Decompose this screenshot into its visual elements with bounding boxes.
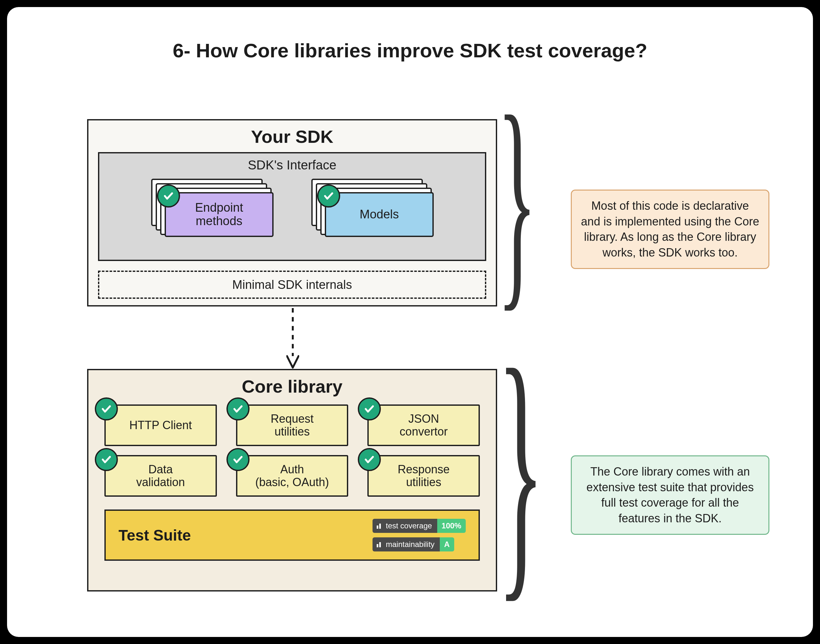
core-item-response-utilities: Responseutilities [367,455,480,497]
sdk-interface-box: SDK's Interface Endpointmethods [98,152,486,261]
models-label: Models [360,208,399,221]
test-suite-label: Test Suite [118,526,191,544]
minimal-internals-box: Minimal SDK internals [98,271,486,299]
core-item-label: HTTP Client [129,419,192,432]
sdk-cards-row: Endpointmethods Models [112,179,472,236]
badge-coverage-value: 100% [437,519,466,533]
core-item-label: Datavalidation [136,463,185,488]
models-card: Models [325,192,434,237]
badges-column: test coverage 100% maintainability A [373,519,466,552]
badge-test-coverage: test coverage 100% [373,519,466,533]
test-suite-box: Test Suite test coverage 100% maintainab… [104,509,480,561]
core-item-label: Auth(basic, OAuth) [255,463,329,488]
badge-maintainability: maintainability A [373,537,466,552]
check-icon [358,448,381,471]
core-library-box: Core library HTTP Client Requestutilitie… [87,369,497,592]
badge-chart-icon [376,523,384,529]
badge-coverage-label: test coverage [386,521,432,530]
badge-maintainability-value: A [440,537,454,552]
sdk-box-title: Your SDK [98,126,486,147]
endpoint-methods-label: Endpointmethods [195,201,243,228]
core-grid: HTTP Client Requestutilities JSONconvert… [104,405,480,497]
check-icon [317,184,340,207]
check-icon [95,397,118,420]
diagram-title: 6- How Core libraries improve SDK test c… [7,39,813,62]
endpoint-methods-card: Endpointmethods [164,192,273,237]
badge-maintainability-label: maintainability [386,540,435,549]
viewport: 6- How Core libraries improve SDK test c… [0,0,820,644]
check-icon [226,397,250,420]
check-icon [95,448,118,471]
models-stack: Models [311,179,433,236]
check-icon [358,397,381,420]
sdk-interface-title: SDK's Interface [112,158,472,172]
check-icon [157,184,180,207]
check-icon [226,448,250,471]
core-item-auth: Auth(basic, OAuth) [236,455,349,497]
badge-chart-icon [376,541,384,547]
page-card: 6- How Core libraries improve SDK test c… [7,7,813,637]
brace-icon: } [497,81,537,318]
minimal-internals-label: Minimal SDK internals [232,278,352,292]
core-item-label: Requestutilities [271,412,313,438]
endpoint-methods-stack: Endpointmethods [151,179,273,236]
core-item-label: Responseutilities [398,463,450,488]
note-sdk-explainer: Most of this code is declarative and is … [571,190,769,269]
core-item-http-client: HTTP Client [104,405,217,446]
core-item-label: JSONconvertor [400,412,448,438]
arrow-down-icon [286,308,299,369]
core-library-title: Core library [104,376,480,397]
core-item-data-validation: Datavalidation [104,455,217,497]
core-item-request-utilities: Requestutilities [236,405,349,446]
note-core-explainer: The Core library comes with an extensive… [571,455,769,535]
brace-icon: } [497,327,545,609]
core-item-json-convertor: JSONconvertor [367,405,480,446]
sdk-box: Your SDK SDK's Interface Endpointmethods [87,119,497,307]
